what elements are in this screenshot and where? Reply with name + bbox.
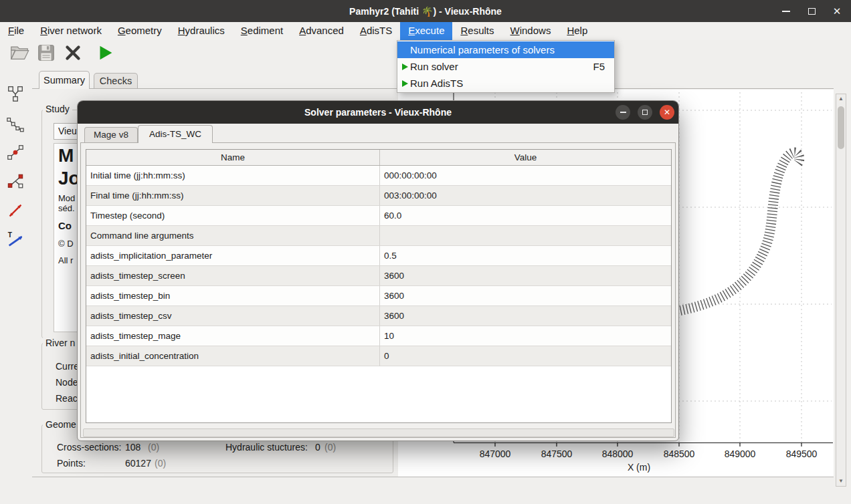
menu-execute[interactable]: Execute [400, 22, 452, 40]
param-name-cell[interactable]: adists_implicitation_parameter [86, 246, 379, 266]
menu-adists[interactable]: AdisTS [352, 22, 400, 40]
close-study-button[interactable] [62, 41, 84, 64]
param-name-cell[interactable]: Timestep (second) [86, 206, 379, 226]
param-name-cell[interactable]: adists_timestep_csv [86, 306, 379, 326]
param-value-cell[interactable]: 0.5 [379, 246, 671, 266]
menubar: FileRiver networkGeometryHydraulicsSedim… [0, 22, 851, 40]
svg-text:T: T [8, 231, 13, 239]
tab-adis-ts-wc[interactable]: Adis-TS_WC [138, 125, 213, 143]
param-name-cell[interactable]: adists_timestep_screen [86, 266, 379, 286]
x-axis-label: X (m) [628, 462, 650, 473]
param-value-cell[interactable]: 10 [379, 326, 671, 346]
param-name-cell[interactable]: Final time (jj:hh:mm:ss) [86, 186, 379, 206]
scroll-down-icon[interactable]: ▼ [836, 477, 846, 486]
longitudinal-profile-icon [6, 115, 25, 134]
slope-tool[interactable] [5, 200, 26, 221]
menu-help[interactable]: Help [559, 22, 595, 40]
param-value-cell[interactable]: 000:00:00:00 [379, 166, 671, 186]
description-line: séd. [58, 203, 75, 213]
application-window: Pamhyr2 (Tahiti 🌴) - Vieux-Rhône ✕ FileR… [0, 0, 851, 504]
param-value-cell[interactable]: 60.0 [379, 206, 671, 226]
table-row[interactable]: adists_implicitation_parameter 0.5 [86, 246, 671, 266]
param-name-cell[interactable]: adists_initial_concentration [86, 346, 379, 366]
longitudinal-profile-tool[interactable] [5, 114, 26, 135]
run-solver-button[interactable] [94, 41, 116, 64]
points-value: 60127 [125, 458, 151, 469]
menu-geometry[interactable]: Geometry [110, 22, 170, 40]
scroll-up-icon[interactable]: ▲ [836, 94, 846, 104]
x-tick-label: 848500 [664, 449, 695, 459]
param-name-cell[interactable]: adists_timestep_bin [86, 286, 379, 306]
param-name-cell[interactable]: adists_timestep_mage [86, 326, 379, 346]
param-value-cell[interactable]: 003:00:00:00 [379, 186, 671, 206]
dialog-horizontal-scrollbar[interactable] [83, 428, 674, 437]
table-row[interactable]: adists_timestep_mage 10 [86, 326, 671, 346]
table-row[interactable]: adists_timestep_bin 3600 [86, 286, 671, 306]
menu-results[interactable]: Results [452, 22, 502, 40]
x-tick-label: 847000 [480, 449, 511, 459]
cross-sections-label: Cross-sections: [57, 442, 121, 453]
save-study-button[interactable] [35, 41, 58, 64]
column-header-name[interactable]: Name [86, 150, 379, 165]
x-tick-label: 847500 [541, 449, 573, 459]
column-header-value[interactable]: Value [379, 150, 671, 165]
dialog-maximize-icon[interactable] [638, 105, 652, 120]
table-row[interactable]: Initial time (jj:hh:mm:ss) 000:00:00:00 [86, 166, 671, 186]
param-value-cell[interactable]: 3600 [379, 306, 671, 326]
table-row[interactable]: Final time (jj:hh:mm:ss) 003:00:00:00 [86, 186, 671, 206]
table-row[interactable]: adists_initial_concentration 0 [86, 346, 671, 366]
menu-item-numerical-parameters[interactable]: Numerical parameters of solvers [397, 41, 614, 58]
description-title-line1: M [58, 145, 74, 166]
add-node-tool[interactable] [5, 142, 26, 163]
menu-sediment[interactable]: Sediment [233, 22, 291, 40]
param-value-cell[interactable]: 3600 [379, 266, 671, 286]
menu-hydraulics[interactable]: Hydraulics [170, 22, 233, 40]
menu-river-network[interactable]: River network [32, 22, 110, 40]
scrollbar-thumb[interactable] [838, 106, 844, 149]
lateral-contribution-tool[interactable]: T [5, 229, 26, 250]
river-network-icon [6, 84, 25, 103]
menu-item-run-adists[interactable]: Run AdisTS [397, 75, 614, 92]
menu-file[interactable]: File [0, 22, 32, 40]
param-name-cell[interactable]: Initial time (jj:hh:mm:ss) [86, 166, 379, 186]
menu-windows[interactable]: Windows [502, 22, 559, 40]
slope-icon [6, 201, 25, 220]
points-label: Points: [57, 458, 86, 469]
close-x-icon [62, 42, 84, 64]
dialog-close-icon[interactable]: ✕ [660, 105, 674, 120]
table-row[interactable]: Timestep (second) 60.0 [86, 206, 671, 226]
param-value-cell[interactable]: 0 [379, 346, 671, 366]
x-tick-label: 848000 [602, 449, 634, 459]
menu-advanced[interactable]: Advanced [291, 22, 352, 40]
table-row[interactable]: adists_timestep_screen 3600 [86, 266, 671, 286]
minimize-icon[interactable] [777, 3, 795, 20]
table-row[interactable]: adists_timestep_csv 3600 [86, 306, 671, 326]
open-study-button[interactable] [8, 41, 31, 64]
param-value-cell[interactable] [379, 226, 671, 246]
open-folder-icon [9, 42, 30, 64]
geometry-groupbox-label: Geome [43, 419, 79, 430]
close-icon[interactable]: ✕ [828, 3, 846, 20]
add-node-icon [6, 143, 25, 162]
vertical-scrollbar[interactable]: ▲ ▼ [836, 94, 846, 487]
x-tick-label: 849500 [786, 449, 818, 459]
solver-parameters-dialog: Solver parameters - Vieux-Rhône ✕ Mage v… [77, 100, 679, 441]
hydraulic-structures-label: Hydraulic stuctures: [225, 442, 308, 453]
river-network-tool[interactable] [5, 83, 26, 104]
window-titlebar: Pamhyr2 (Tahiti 🌴) - Vieux-Rhône ✕ [0, 0, 851, 22]
param-name-cell[interactable]: Command line arguments [86, 226, 379, 246]
content-bottom-border [32, 477, 834, 477]
river-network-groupbox-label: River n [43, 338, 78, 348]
table-row[interactable]: Command line arguments [86, 226, 671, 246]
dialog-minimize-icon[interactable] [616, 105, 630, 120]
maximize-icon[interactable] [803, 3, 820, 20]
reach-tool[interactable] [5, 170, 26, 192]
menu-item-run-solver[interactable]: Run solver F5 [397, 58, 614, 75]
save-icon [35, 42, 57, 64]
copyright-line: © D [58, 239, 74, 249]
tab-mage-v8[interactable]: Mage v8 [84, 127, 138, 142]
play-icon [400, 79, 409, 88]
param-value-cell[interactable]: 3600 [379, 286, 671, 306]
tab-checks[interactable]: Checks [94, 73, 138, 88]
tab-summary[interactable]: Summary [39, 71, 90, 89]
